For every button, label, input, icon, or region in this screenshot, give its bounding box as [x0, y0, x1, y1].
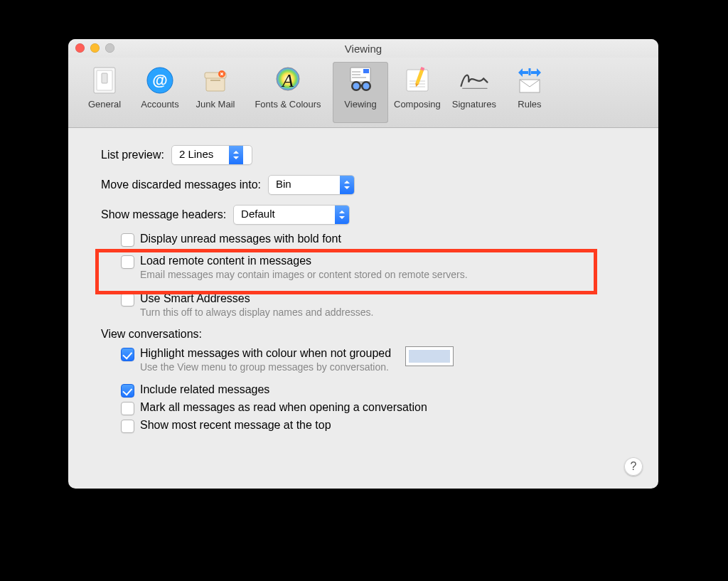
updown-arrows-icon [340, 176, 354, 194]
preferences-window: Viewing General @ Accounts [68, 39, 658, 489]
titlebar: Viewing [68, 39, 658, 58]
preferences-toolbar: General @ Accounts [68, 58, 658, 128]
show-headers-label: Show message headers: [101, 208, 226, 221]
tab-signatures[interactable]: Signatures [446, 62, 502, 123]
highlight-colour-swatch[interactable] [405, 346, 454, 366]
tab-accounts[interactable]: @ Accounts [132, 62, 188, 123]
list-preview-value: 2 Lines [172, 146, 229, 164]
mark-read-label: Mark all messages as read when opening a… [140, 400, 427, 415]
tab-rules[interactable]: Rules [502, 62, 557, 123]
display-unread-row: Display unread messages with bold font [101, 232, 637, 247]
tab-composing[interactable]: Composing [388, 62, 446, 123]
highlight-colour-row: Highlight messages with colour when not … [101, 346, 637, 373]
svg-text:@: @ [152, 71, 167, 89]
recent-top-label: Show most recent message at the top [140, 418, 331, 432]
mark-read-row: Mark all messages as read when opening a… [101, 400, 637, 415]
smart-addresses-hint: Turn this off to always display names an… [140, 307, 373, 318]
svg-point-16 [363, 83, 370, 90]
window-controls [75, 43, 114, 53]
smart-addresses-label: Use Smart Addresses [140, 292, 373, 306]
close-window-icon[interactable] [75, 43, 85, 53]
signatures-icon [459, 65, 490, 96]
show-headers-value: Default [234, 206, 335, 224]
move-discarded-label: Move discarded messages into: [101, 178, 261, 191]
svg-rect-12 [363, 69, 369, 73]
tab-label: Fonts & Colours [255, 99, 321, 110]
list-preview-label: List preview: [101, 149, 164, 161]
tab-label: General [88, 99, 121, 110]
include-related-row: Include related messages [101, 383, 637, 398]
tab-label: Accounts [141, 99, 178, 110]
svg-text:A: A [281, 70, 294, 91]
help-icon: ? [631, 460, 637, 473]
view-conversations-label: View conversations: [101, 328, 637, 341]
composing-icon [402, 65, 433, 96]
tab-label: Composing [394, 99, 441, 110]
viewing-icon [345, 65, 376, 96]
tab-general[interactable]: General [77, 62, 132, 123]
highlight-colour-checkbox[interactable] [121, 348, 134, 361]
recent-top-row: Show most recent message at the top [101, 418, 637, 433]
load-remote-label: Load remote content in messages [140, 254, 468, 268]
move-discarded-select[interactable]: Bin [268, 175, 355, 195]
load-remote-row: Load remote content in messages Email me… [101, 254, 637, 280]
tab-junk-mail[interactable]: Junk Mail [188, 62, 243, 123]
svg-rect-2 [102, 73, 107, 83]
junk-mail-icon [200, 65, 231, 96]
window-title: Viewing [345, 43, 382, 55]
display-unread-label: Display unread messages with bold font [140, 232, 341, 246]
highlight-colour-hint: Use the View menu to group messages by c… [140, 361, 391, 373]
tab-label: Signatures [452, 99, 496, 110]
load-remote-checkbox[interactable] [121, 255, 134, 269]
minimize-window-icon[interactable] [90, 43, 100, 53]
updown-arrows-icon [229, 146, 243, 164]
mark-read-checkbox[interactable] [121, 402, 134, 415]
updown-arrows-icon [335, 206, 349, 224]
rules-icon [514, 65, 545, 96]
show-headers-select[interactable]: Default [233, 205, 350, 225]
svg-rect-17 [360, 85, 362, 87]
list-preview-select[interactable]: 2 Lines [171, 145, 252, 165]
tab-label: Rules [518, 99, 541, 110]
tab-label: Viewing [344, 99, 376, 110]
general-icon [89, 65, 120, 96]
accounts-icon: @ [144, 65, 176, 96]
display-unread-checkbox[interactable] [121, 233, 134, 247]
tab-fonts-colours[interactable]: A Fonts & Colours [243, 62, 333, 123]
include-related-checkbox[interactable] [121, 384, 134, 398]
viewing-panel: List preview: 2 Lines Move discarded mes… [68, 128, 658, 450]
load-remote-hint: Email messages may contain images or con… [140, 269, 468, 280]
tab-label: Junk Mail [196, 99, 235, 110]
fonts-colours-icon: A [272, 65, 304, 96]
highlight-colour-label: Highlight messages with colour when not … [140, 346, 391, 361]
help-button[interactable]: ? [624, 457, 643, 476]
recent-top-checkbox[interactable] [121, 420, 134, 433]
include-related-label: Include related messages [140, 383, 269, 397]
smart-addresses-row: Use Smart Addresses Turn this off to alw… [101, 292, 637, 318]
svg-point-15 [353, 83, 360, 90]
smart-addresses-checkbox[interactable] [121, 293, 134, 307]
tab-viewing[interactable]: Viewing [333, 62, 388, 123]
move-discarded-value: Bin [269, 176, 340, 194]
zoom-window-disabled-icon [105, 43, 114, 53]
